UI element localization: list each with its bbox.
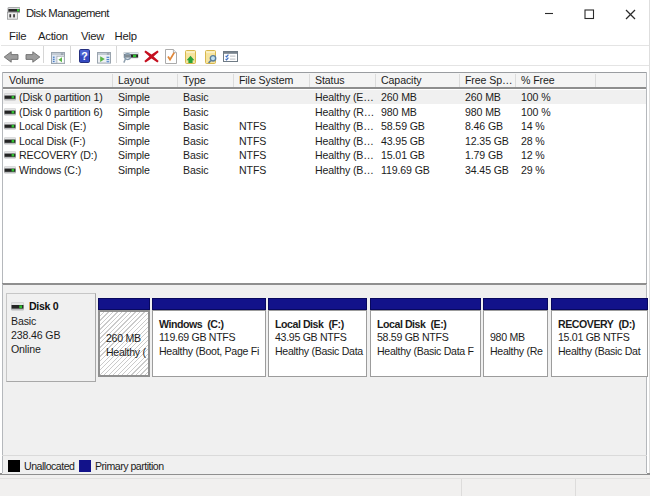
svg-text:?: ?: [81, 50, 87, 62]
